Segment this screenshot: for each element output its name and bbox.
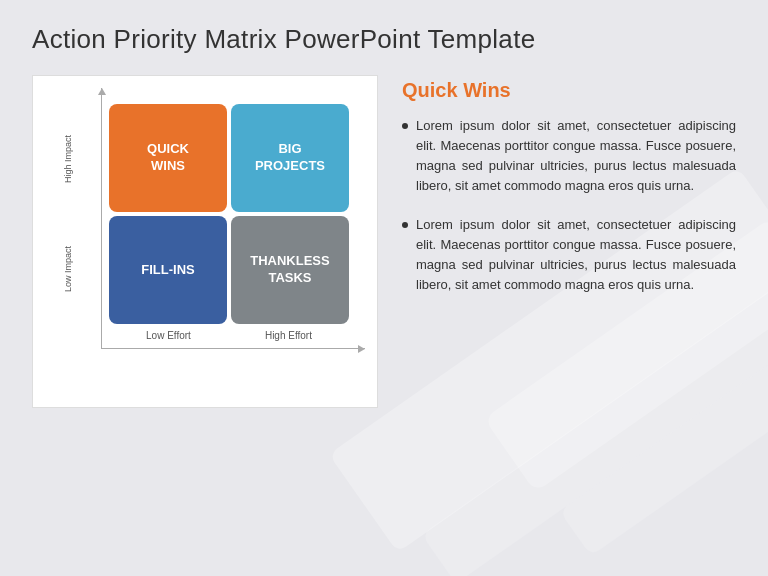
y-label-high-impact: High Impact xyxy=(63,105,73,213)
bullet-dot-2 xyxy=(402,222,408,228)
cell-fill-ins: FILL-INS xyxy=(109,216,227,324)
x-axis-arrow xyxy=(358,345,365,353)
matrix-area: High Impact Low Impact QUICKWINS BIGPROJ… xyxy=(73,96,357,377)
bullet-item-2: Lorem ipsum dolor sit amet, consectetuer… xyxy=(402,215,736,296)
bullet-text-2: Lorem ipsum dolor sit amet, consectetuer… xyxy=(416,215,736,296)
x-label-low-effort: Low Effort xyxy=(146,330,191,341)
matrix-grid: QUICKWINS BIGPROJECTS FILL-INS THANKLESS… xyxy=(109,104,349,324)
x-label-high-effort: High Effort xyxy=(265,330,312,341)
grid-wrapper: QUICKWINS BIGPROJECTS FILL-INS THANKLESS… xyxy=(101,96,357,377)
cell-quick-wins: QUICKWINS xyxy=(109,104,227,212)
cell-big-projects: BIGPROJECTS xyxy=(231,104,349,212)
bullet-dot-1 xyxy=(402,123,408,129)
page-title: Action Priority Matrix PowerPoint Templa… xyxy=(32,24,736,55)
section-title: Quick Wins xyxy=(402,79,736,102)
matrix-panel: High Impact Low Impact QUICKWINS BIGPROJ… xyxy=(32,75,378,408)
x-axis-line xyxy=(101,348,365,349)
bullet-item-1: Lorem ipsum dolor sit amet, consectetuer… xyxy=(402,116,736,197)
content-row: High Impact Low Impact QUICKWINS BIGPROJ… xyxy=(32,75,736,408)
x-axis-labels: Low Effort High Effort xyxy=(109,330,349,341)
y-axis-labels: High Impact Low Impact xyxy=(63,104,73,324)
y-label-low-impact: Low Impact xyxy=(63,215,73,323)
description-panel: Quick Wins Lorem ipsum dolor sit amet, c… xyxy=(402,75,736,313)
cell-thankless-tasks: THANKLESSTASKS xyxy=(231,216,349,324)
y-axis-arrow xyxy=(98,88,106,95)
bullet-text-1: Lorem ipsum dolor sit amet, consectetuer… xyxy=(416,116,736,197)
